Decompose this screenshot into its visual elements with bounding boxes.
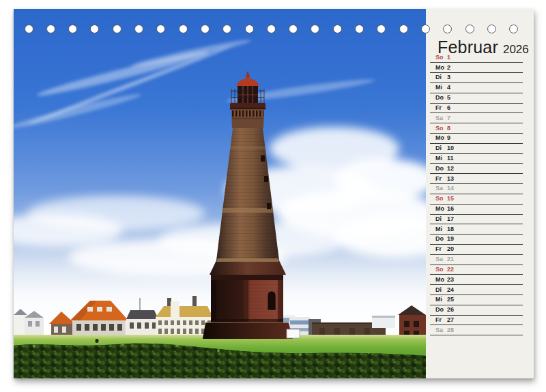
calendar-day-row: Mi 4 <box>430 83 523 93</box>
calendar-day-row: Mi 11 <box>430 154 523 164</box>
mansard-roof <box>126 310 158 319</box>
day-number: 10 <box>447 145 454 151</box>
day-number: 8 <box>447 125 450 132</box>
figure-on-lawn <box>96 339 99 343</box>
calendar-day-row: Mo 9 <box>430 134 523 144</box>
calendar-day-row: Sa 21 <box>430 255 523 265</box>
calendar-day-row: Fr 13 <box>430 174 523 184</box>
day-number: 2 <box>447 65 450 71</box>
binding-hole <box>90 25 99 33</box>
day-abbrev-label: Fr <box>435 105 447 111</box>
day-number: 6 <box>447 105 450 111</box>
day-abbrev-label: Sa <box>435 185 447 192</box>
calendar-day-row: Do 26 <box>430 305 523 316</box>
binding-hole <box>113 25 121 33</box>
calendar-day-row: Mo 23 <box>430 275 523 285</box>
binding-hole <box>68 25 77 33</box>
day-abbrev-label: Fr <box>435 176 447 182</box>
day-abbrev-label: Mo <box>435 65 447 71</box>
day-number: 18 <box>447 226 454 232</box>
calendar-day-row: So 8 <box>430 123 523 134</box>
calendar-day-row: Mo 16 <box>430 205 523 215</box>
day-abbrev-label: Mo <box>435 277 447 283</box>
day-number: 5 <box>447 95 450 101</box>
calendar-day-row: Fr 20 <box>430 245 523 255</box>
binding-hole <box>289 25 298 33</box>
day-abbrev-label: Di <box>435 74 447 80</box>
calendar-day-row: Do 5 <box>430 93 523 104</box>
far-white-building <box>372 317 395 328</box>
calendar-page: Februar 2026 So 1 Mo 2 Di 3 <box>14 9 534 378</box>
day-number: 20 <box>447 246 454 252</box>
day-abbrev-label: So <box>435 55 447 61</box>
calendar-day-row: Sa 7 <box>430 113 523 123</box>
day-abbrev-label: Di <box>435 145 447 151</box>
day-abbrev-label: Mo <box>435 206 447 212</box>
day-number: 24 <box>447 287 454 293</box>
day-abbrev-label: So <box>435 267 447 273</box>
binding-hole <box>201 25 210 33</box>
day-number: 19 <box>447 236 454 242</box>
day-abbrev-label: Do <box>435 236 447 242</box>
tan-roof <box>156 306 213 317</box>
calendar-day-row: Mi 18 <box>430 224 523 235</box>
day-abbrev-label: Mi <box>435 85 447 91</box>
plinth <box>203 323 293 339</box>
calendar-day-row: Sa 28 <box>430 325 523 335</box>
binding-hole <box>267 25 276 33</box>
day-abbrev-label: Mi <box>435 155 447 162</box>
binding-hole <box>156 25 165 33</box>
day-abbrev-label: Mi <box>435 226 447 232</box>
day-abbrev-label: Sa <box>435 327 447 333</box>
day-number: 28 <box>447 327 454 333</box>
binding-hole <box>355 25 364 33</box>
day-number: 27 <box>447 317 454 323</box>
binding-hole <box>245 25 254 33</box>
calendar-day-row: Mi 25 <box>430 295 523 305</box>
day-number: 25 <box>447 297 454 303</box>
lighthouse-photo <box>14 9 426 378</box>
day-abbrev-label: So <box>435 125 447 132</box>
vent-ball <box>246 74 250 78</box>
day-abbrev-label: Mo <box>435 135 447 141</box>
calendar-day-row: Do 12 <box>430 164 523 174</box>
day-abbrev-label: Di <box>435 216 447 222</box>
corbel-flare <box>210 260 286 275</box>
sign-board <box>287 329 300 338</box>
day-number: 16 <box>447 206 454 212</box>
binding-hole <box>421 25 430 33</box>
lighthouse-photo-art <box>14 9 426 378</box>
day-abbrev-label: So <box>435 196 447 202</box>
day-list: So 1 Mo 2 Di 3 Mi 4 <box>430 53 523 336</box>
day-abbrev-label: Mi <box>435 297 447 303</box>
day-number: 23 <box>447 277 454 283</box>
day-number: 11 <box>447 155 454 162</box>
calendar-day-row: So 15 <box>430 194 523 205</box>
day-abbrev-label: Sa <box>435 256 447 262</box>
parapet-dentils <box>232 110 263 117</box>
calendar-day-row: Mo 2 <box>430 63 523 73</box>
binding-hole <box>179 25 188 33</box>
base-arched-window <box>268 291 276 310</box>
day-number: 9 <box>447 135 450 141</box>
mortar-band <box>222 208 274 213</box>
calendar-day-row: So 22 <box>430 265 523 275</box>
binding-hole <box>333 25 342 33</box>
day-abbrev-label: Sa <box>435 115 447 121</box>
day-number: 21 <box>447 256 454 262</box>
day-number: 4 <box>447 85 450 91</box>
shaft-window <box>267 203 271 209</box>
binding-hole <box>311 25 319 33</box>
day-abbrev-label: Do <box>435 166 447 172</box>
calendar-day-row: Di 24 <box>430 285 523 295</box>
calendar-day-row: Di 17 <box>430 215 523 225</box>
calendar-day-row: Di 3 <box>430 73 523 83</box>
day-number: 1 <box>447 55 450 61</box>
day-number: 15 <box>447 196 454 202</box>
calendar-day-row: Fr 6 <box>430 104 523 114</box>
chimney <box>192 296 197 306</box>
dutch-gable <box>171 301 179 317</box>
shaft-window <box>261 155 265 162</box>
day-number: 13 <box>447 176 454 182</box>
day-number: 26 <box>447 307 454 313</box>
